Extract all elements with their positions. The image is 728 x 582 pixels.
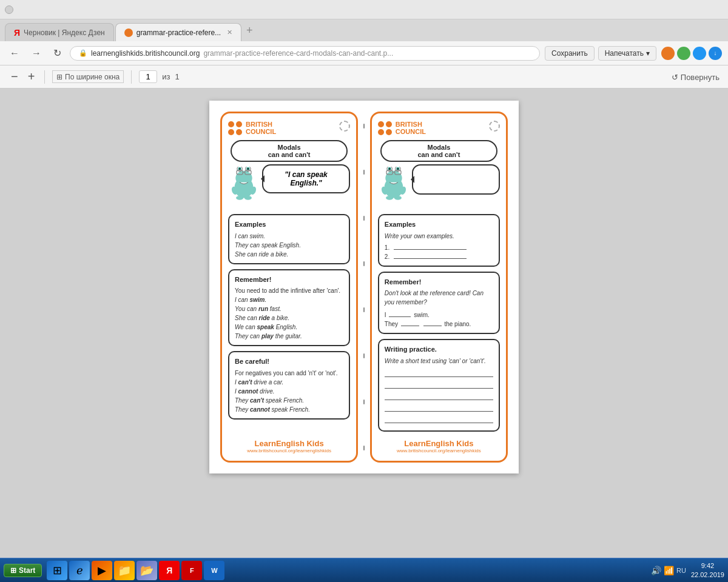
card-right-title: Modals can and can't — [380, 140, 497, 162]
speech-text: "I can speak English." — [285, 170, 327, 187]
rem-2: You can run fast. — [235, 304, 343, 313]
dash-6 — [363, 353, 365, 358]
title-line2-right: can and can't — [388, 151, 490, 158]
monster-svg-left — [228, 167, 260, 203]
taskbar-app-windows[interactable]: ⊞ — [47, 561, 67, 580]
browser-chrome: Я Черновик | Яндекс Дзен grammar-practic… — [0, 0, 728, 89]
title-bar-left — [5, 5, 13, 14]
footer-url-left: www.britishcouncil.org/learnenglishkids — [228, 448, 350, 453]
dash-5 — [363, 307, 365, 312]
taskbar-app-media[interactable]: ▶ — [92, 561, 112, 580]
circle-check-right — [489, 121, 500, 132]
nav-bar: ← → ↻ 🔒 learnenglishkids.britishcouncil.… — [0, 41, 728, 65]
writing-title-right: Writing practice. — [385, 344, 493, 355]
fit-width-button[interactable]: ⊞ По ширине окна — [52, 70, 124, 83]
taskbar-apps: ⊞ ℯ ▶ 📁 📂 Я F W — [47, 561, 224, 580]
page-sep: из — [162, 72, 170, 81]
start-button[interactable]: ⊞ Start — [4, 564, 42, 577]
taskbar-app-word[interactable]: W — [204, 561, 224, 580]
remember-q2: They the piano. — [385, 319, 493, 329]
speech-area-right — [378, 167, 500, 209]
example-write-1: 1. — [385, 243, 493, 252]
bc-dots — [228, 121, 242, 135]
write-line-a — [385, 369, 493, 377]
toolbar-separator-2 — [131, 70, 132, 84]
footer-kids-left: Kids — [306, 439, 323, 448]
svg-point-23 — [389, 168, 391, 170]
bc-dots-right — [378, 121, 392, 135]
card-left-header: BRITISH COUNCIL — [228, 121, 350, 135]
write-line-1 — [394, 249, 467, 250]
examples-intro: Write your own examples. — [385, 232, 493, 241]
speech-area-left: "I can speak English." — [228, 167, 350, 209]
svg-point-26 — [397, 168, 399, 170]
zoom-out-button[interactable]: − — [8, 69, 21, 85]
speaker-icon[interactable]: 🔊 — [651, 566, 661, 575]
rotate-button[interactable]: ↺ Повернуть — [672, 73, 720, 82]
svg-point-9 — [248, 168, 249, 170]
write-line-b — [385, 380, 493, 389]
tab-add-button[interactable]: + — [243, 24, 257, 37]
example-3: She can ride a bike. — [235, 250, 343, 259]
address-bar[interactable]: 🔒 learnenglishkids.britishcouncil.org gr… — [70, 46, 540, 61]
bc-british: BRITISH — [246, 121, 276, 128]
remember-box-left: Remember! You need to add the infintive … — [228, 269, 350, 347]
page-total: 1 — [175, 72, 179, 81]
print-button[interactable]: Напечатать ▾ — [598, 46, 656, 61]
tab-close-icon[interactable]: ✕ — [227, 28, 232, 36]
forward-button[interactable]: → — [28, 45, 45, 61]
page-number-input[interactable] — [139, 70, 157, 83]
bc-text-right: BRITISH COUNCIL — [396, 121, 426, 135]
footer-learn-left: Learn — [254, 439, 275, 448]
pdf-page: BRITISH COUNCIL Modals can and can't — [209, 101, 519, 473]
tab-inactive-yandex[interactable]: Я Черновик | Яндекс Дзен — [5, 23, 114, 41]
writing-box-right: Writing practice. Write a short text usi… — [378, 339, 500, 432]
tab-active-grammar[interactable]: grammar-practice-refere... ✕ — [115, 23, 241, 41]
bc-dot-r3 — [378, 129, 384, 135]
taskbar-app-foxit[interactable]: F — [181, 561, 202, 580]
network-icon[interactable]: 📶 — [664, 566, 674, 575]
monster-right — [378, 167, 410, 206]
taskbar-app-yandex[interactable]: Я — [159, 561, 180, 580]
taskbar-time: 9:42 22.02.2019 — [691, 561, 724, 579]
bc-dot-2 — [236, 121, 242, 127]
toolbar-separator — [44, 70, 45, 84]
taskbar-app-folder[interactable]: 📁 — [114, 561, 135, 580]
windows-icon: ⊞ — [10, 566, 16, 575]
title-line1: Modals — [238, 144, 340, 151]
le-kids-right: LearnEnglish Kids — [378, 439, 500, 448]
ext-icon-3[interactable] — [693, 47, 706, 60]
zoom-in-button[interactable]: + — [25, 69, 38, 85]
address-domain: learnenglishkids.britishcouncil.org — [91, 49, 200, 58]
example-2: They can speak English. — [235, 241, 343, 250]
ext-icon-1[interactable] — [661, 47, 675, 60]
svg-point-15 — [236, 196, 243, 200]
taskbar-sys-icons: 🔊 📶 RU — [651, 566, 686, 575]
bc-tab-icon — [124, 28, 133, 37]
careful-title-left: Be careful! — [235, 356, 343, 367]
refresh-button[interactable]: ↻ — [50, 45, 65, 61]
window-control[interactable] — [5, 5, 13, 14]
taskbar-app-folder2[interactable]: 📂 — [136, 561, 157, 580]
back-button[interactable]: ← — [6, 45, 23, 61]
bc-dot-r2 — [386, 121, 392, 127]
monster-left — [228, 167, 260, 206]
taskbar-right: 🔊 📶 RU 9:42 22.02.2019 — [651, 561, 724, 579]
footer-url-right: www.britishcouncil.org/learnenglishkids — [378, 448, 500, 453]
care-3: They can't speak French. — [235, 396, 343, 405]
save-button[interactable]: Сохранить — [545, 46, 595, 61]
bc-council: COUNCIL — [246, 128, 276, 135]
dash-1 — [363, 124, 365, 129]
rem-1: I can swim. — [235, 295, 343, 304]
taskbar-app-ie[interactable]: ℯ — [69, 561, 90, 580]
bc-logo-left: BRITISH COUNCIL — [228, 121, 276, 135]
remember-intro: Don't look at the reference card! Can yo… — [385, 289, 493, 307]
examples-title-left: Examples — [235, 219, 343, 230]
ext-icon-2[interactable] — [677, 47, 690, 60]
ext-icon-download[interactable]: ↓ — [709, 47, 722, 60]
svg-point-16 — [244, 196, 252, 200]
bc-council-right: COUNCIL — [396, 128, 426, 135]
extension-icons: ↓ — [661, 47, 722, 60]
svg-point-33 — [394, 196, 402, 200]
nav-actions: Сохранить Напечатать ▾ — [545, 46, 656, 61]
